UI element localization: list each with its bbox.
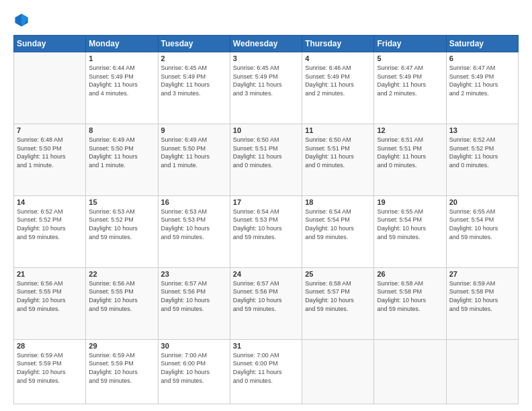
day-number: 17 [233,198,299,206]
day-number: 14 [17,198,83,206]
calendar-header-monday: Monday [86,36,158,52]
day-number: 3 [233,54,299,62]
day-info: Sunrise: 6:46 AM Sunset: 5:49 PM Dayligh… [305,64,371,97]
calendar-table: SundayMondayTuesdayWednesdayThursdayFrid… [13,35,519,404]
calendar-cell: 20Sunrise: 6:55 AM Sunset: 5:54 PM Dayli… [446,195,518,267]
calendar-cell: 28Sunrise: 6:59 AM Sunset: 5:59 PM Dayli… [14,339,86,404]
day-number: 22 [89,270,154,278]
calendar-cell: 6Sunrise: 6:47 AM Sunset: 5:49 PM Daylig… [446,52,518,124]
day-info: Sunrise: 6:58 AM Sunset: 5:57 PM Dayligh… [305,279,371,313]
day-number: 21 [17,270,83,278]
day-number: 5 [377,54,443,62]
calendar-cell: 3Sunrise: 6:45 AM Sunset: 5:49 PM Daylig… [230,52,302,124]
day-info: Sunrise: 6:57 AM Sunset: 5:56 PM Dayligh… [233,279,299,313]
calendar-cell: 16Sunrise: 6:53 AM Sunset: 5:53 PM Dayli… [158,195,230,267]
calendar-cell: 8Sunrise: 6:49 AM Sunset: 5:50 PM Daylig… [86,124,158,195]
calendar-cell: 27Sunrise: 6:59 AM Sunset: 5:58 PM Dayli… [446,267,518,339]
day-number: 13 [449,126,515,134]
calendar-cell: 4Sunrise: 6:46 AM Sunset: 5:49 PM Daylig… [302,52,374,124]
day-number: 1 [89,54,154,62]
day-info: Sunrise: 6:54 AM Sunset: 5:54 PM Dayligh… [305,208,371,241]
calendar-cell: 26Sunrise: 6:58 AM Sunset: 5:58 PM Dayli… [374,267,446,339]
calendar-cell: 18Sunrise: 6:54 AM Sunset: 5:54 PM Dayli… [302,195,374,267]
day-number: 10 [233,126,299,134]
day-info: Sunrise: 6:53 AM Sunset: 5:52 PM Dayligh… [89,208,154,241]
calendar-cell: 23Sunrise: 6:57 AM Sunset: 5:56 PM Dayli… [158,267,230,339]
page: SundayMondayTuesdayWednesdayThursdayFrid… [0,0,532,411]
calendar-cell: 5Sunrise: 6:47 AM Sunset: 5:49 PM Daylig… [374,52,446,124]
calendar-header-tuesday: Tuesday [158,36,230,52]
calendar-header-wednesday: Wednesday [230,36,302,52]
calendar-cell [374,339,446,404]
calendar-cell [14,52,86,124]
calendar-cell: 11Sunrise: 6:50 AM Sunset: 5:51 PM Dayli… [302,124,374,195]
calendar-cell: 13Sunrise: 6:52 AM Sunset: 5:52 PM Dayli… [446,124,518,195]
day-info: Sunrise: 6:50 AM Sunset: 5:51 PM Dayligh… [233,136,299,169]
calendar-cell [446,339,518,404]
day-number: 7 [17,126,83,134]
calendar-cell: 25Sunrise: 6:58 AM Sunset: 5:57 PM Dayli… [302,267,374,339]
day-number: 15 [89,198,154,206]
calendar-header-saturday: Saturday [446,36,518,52]
day-number: 11 [305,126,371,134]
calendar-cell: 21Sunrise: 6:56 AM Sunset: 5:55 PM Dayli… [14,267,86,339]
day-info: Sunrise: 6:52 AM Sunset: 5:52 PM Dayligh… [449,136,515,169]
day-info: Sunrise: 6:54 AM Sunset: 5:53 PM Dayligh… [233,208,299,241]
day-number: 27 [449,270,515,278]
day-number: 24 [233,270,299,278]
day-number: 23 [161,270,227,278]
day-info: Sunrise: 6:53 AM Sunset: 5:53 PM Dayligh… [161,208,227,241]
day-info: Sunrise: 6:56 AM Sunset: 5:55 PM Dayligh… [17,279,83,313]
calendar-week-4: 21Sunrise: 6:56 AM Sunset: 5:55 PM Dayli… [14,267,519,339]
day-number: 8 [89,126,154,134]
day-number: 9 [161,126,227,134]
day-number: 12 [377,126,443,134]
calendar-cell: 24Sunrise: 6:57 AM Sunset: 5:56 PM Dayli… [230,267,302,339]
day-number: 19 [377,198,443,206]
day-info: Sunrise: 6:47 AM Sunset: 5:49 PM Dayligh… [449,64,515,97]
calendar-cell: 2Sunrise: 6:45 AM Sunset: 5:49 PM Daylig… [158,52,230,124]
calendar-cell: 17Sunrise: 6:54 AM Sunset: 5:53 PM Dayli… [230,195,302,267]
calendar-cell: 22Sunrise: 6:56 AM Sunset: 5:55 PM Dayli… [86,267,158,339]
calendar-week-1: 1Sunrise: 6:44 AM Sunset: 5:49 PM Daylig… [14,52,519,124]
day-info: Sunrise: 7:00 AM Sunset: 6:00 PM Dayligh… [233,351,299,385]
day-info: Sunrise: 6:45 AM Sunset: 5:49 PM Dayligh… [233,64,299,97]
day-info: Sunrise: 6:58 AM Sunset: 5:58 PM Dayligh… [377,279,443,313]
day-info: Sunrise: 6:56 AM Sunset: 5:55 PM Dayligh… [89,279,154,313]
day-number: 18 [305,198,371,206]
day-info: Sunrise: 6:49 AM Sunset: 5:50 PM Dayligh… [89,136,154,169]
calendar-cell: 31Sunrise: 7:00 AM Sunset: 6:00 PM Dayli… [230,339,302,404]
day-info: Sunrise: 6:51 AM Sunset: 5:51 PM Dayligh… [377,136,443,169]
day-number: 31 [233,342,299,350]
calendar-header-friday: Friday [374,36,446,52]
day-number: 2 [161,54,227,62]
calendar-header-row: SundayMondayTuesdayWednesdayThursdayFrid… [14,36,519,52]
day-info: Sunrise: 6:59 AM Sunset: 5:58 PM Dayligh… [449,279,515,313]
day-info: Sunrise: 6:57 AM Sunset: 5:56 PM Dayligh… [161,279,227,313]
day-info: Sunrise: 6:55 AM Sunset: 5:54 PM Dayligh… [449,208,515,241]
day-number: 30 [161,342,227,350]
calendar-cell: 7Sunrise: 6:48 AM Sunset: 5:50 PM Daylig… [14,124,86,195]
calendar-cell [302,339,374,404]
day-number: 6 [449,54,515,62]
calendar-cell: 1Sunrise: 6:44 AM Sunset: 5:49 PM Daylig… [86,52,158,124]
calendar-week-3: 14Sunrise: 6:52 AM Sunset: 5:52 PM Dayli… [14,195,519,267]
day-info: Sunrise: 6:50 AM Sunset: 5:51 PM Dayligh… [305,136,371,169]
day-info: Sunrise: 6:48 AM Sunset: 5:50 PM Dayligh… [17,136,83,169]
day-info: Sunrise: 6:52 AM Sunset: 5:52 PM Dayligh… [17,208,83,241]
calendar-cell: 30Sunrise: 7:00 AM Sunset: 6:00 PM Dayli… [158,339,230,404]
day-info: Sunrise: 6:44 AM Sunset: 5:49 PM Dayligh… [89,64,154,97]
calendar-cell: 15Sunrise: 6:53 AM Sunset: 5:52 PM Dayli… [86,195,158,267]
calendar-cell: 19Sunrise: 6:55 AM Sunset: 5:54 PM Dayli… [374,195,446,267]
day-info: Sunrise: 7:00 AM Sunset: 6:00 PM Dayligh… [161,351,227,385]
calendar-header-sunday: Sunday [14,36,86,52]
day-number: 26 [377,270,443,278]
day-number: 20 [449,198,515,206]
header [13,12,519,28]
calendar-cell: 14Sunrise: 6:52 AM Sunset: 5:52 PM Dayli… [14,195,86,267]
calendar-header-thursday: Thursday [302,36,374,52]
calendar-week-5: 28Sunrise: 6:59 AM Sunset: 5:59 PM Dayli… [14,339,519,404]
calendar-cell: 10Sunrise: 6:50 AM Sunset: 5:51 PM Dayli… [230,124,302,195]
day-number: 28 [17,342,83,350]
day-info: Sunrise: 6:55 AM Sunset: 5:54 PM Dayligh… [377,208,443,241]
